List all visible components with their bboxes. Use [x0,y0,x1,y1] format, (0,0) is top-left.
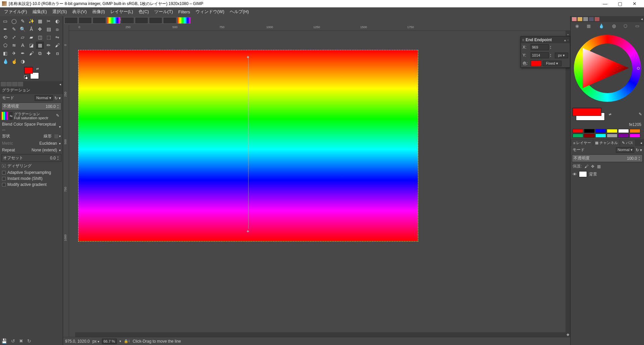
tool-foreground[interactable]: ◐ [53,17,61,25]
dither-checkbox[interactable]: × [2,164,6,168]
layer-row[interactable]: 👁 背景 [571,170,644,179]
tab-images[interactable] [18,82,23,86]
vertical-scrollbar[interactable] [566,37,570,332]
tool-move[interactable]: ✥ [36,25,44,33]
image-tab-6[interactable] [135,17,148,24]
endpoint-y-input[interactable] [531,52,549,58]
fgbg-colors[interactable]: ⇄ [24,67,39,79]
picker-icon-6[interactable]: ▭ [635,23,639,28]
horizontal-scrollbar[interactable] [75,332,566,337]
tool-color-picker[interactable]: ✎ [10,25,18,33]
menu-tools[interactable]: ツール(T) [152,8,176,16]
mode-reset-icon[interactable]: ↻ ▾ [54,96,61,100]
tool-crop[interactable]: ⎄ [53,25,61,33]
menu-edit[interactable]: 編集(E) [30,8,50,16]
tool-handle[interactable]: ⬚ [45,33,53,41]
tool-flip[interactable]: ⇋ [53,33,61,41]
gradient-reverse-icon[interactable]: ⇋ [9,112,13,120]
swatch[interactable] [573,129,583,133]
layer-mode-reset-icon[interactable]: ↻ ▾ [636,148,642,152]
layer-name[interactable]: 背景 [589,171,597,177]
reset-preset-icon[interactable]: ↻ [27,338,31,344]
tool-ellipse-select[interactable]: ◯ [10,17,18,25]
tool-airbrush[interactable]: ✈ [10,50,18,57]
tool-bucket[interactable]: ◪ [28,42,36,49]
picker-wheel-icon[interactable]: ◎ [612,23,616,28]
tool-heal[interactable]: ✚ [45,50,53,57]
tool-free-select[interactable]: ✎ [19,17,27,25]
tab-menu-icon[interactable]: ◂ [58,82,62,86]
overlay-close-icon[interactable]: ▫ [567,38,569,42]
menu-help[interactable]: ヘルプ(H) [227,8,252,16]
tool-mypaint[interactable]: 🖌 [28,50,36,57]
swatch[interactable] [595,134,606,138]
dock-tab-1[interactable] [572,17,577,21]
tool-measure[interactable]: Å [28,25,36,33]
image-tab-3[interactable] [93,17,106,24]
dock-tab-2[interactable] [578,17,582,21]
shape-dropdown[interactable]: 形状 線形 ▾ [0,132,63,140]
save-preset-icon[interactable]: 💾 [1,338,7,344]
image-tab-4[interactable]: × [107,17,120,24]
picker-icon-3[interactable]: 💧 [599,23,604,28]
endpoint-x-input[interactable] [531,44,549,50]
tool-perspective[interactable]: ▰ [28,33,36,41]
image-tab-9[interactable] [177,17,191,24]
panel-menu-icon[interactable]: ◂ [639,141,643,145]
start-endpoint-handle[interactable]: + [247,54,249,60]
swatch[interactable] [584,134,595,138]
swatch[interactable] [584,129,595,133]
picker-icon-5[interactable]: ⬡ [624,23,627,28]
layer-opacity-slider[interactable]: 不透明度 100.0 ▴▾ [572,154,643,162]
blend-space-dropdown[interactable]: Blend Color Space Perceptual ...▾ [0,121,63,132]
gradient-edit-icon[interactable]: ✎ [56,113,61,119]
menu-layer[interactable]: レイヤー(L) [108,8,136,16]
swatch[interactable] [595,129,606,133]
swatch[interactable] [607,134,618,138]
tool-ink[interactable]: ✒ [19,50,27,57]
repeat-dropdown[interactable]: Repeat None (extend)▾ [0,147,63,153]
swap-colors-icon[interactable]: ⇄ [36,67,39,70]
endpoint-unit-dropdown[interactable]: px ▾ [555,53,568,58]
tab-channels[interactable]: ▦ チャンネル [593,140,620,146]
modify-checkbox[interactable] [2,183,6,187]
gradient-preview[interactable] [1,112,8,120]
lock-pixels-icon[interactable]: 🖌 [584,164,588,169]
tool-by-color[interactable]: ▦ [36,17,44,25]
instant-checkbox[interactable] [2,177,6,181]
tool-cage[interactable]: ⬠ [1,42,9,49]
right-fg-color[interactable] [573,108,601,116]
delete-preset-icon[interactable]: ✖ [19,338,23,344]
opacity-slider[interactable]: 不透明度 100.0 ▴▾ [1,102,61,110]
menu-view[interactable]: 表示(V) [69,8,89,16]
tool-smudge[interactable]: ☝ [10,58,18,65]
close-button[interactable]: ✕ [627,0,642,7]
restore-preset-icon[interactable]: ↺ [11,338,15,344]
reset-colors-icon[interactable] [24,76,28,79]
swatch[interactable] [630,129,640,133]
mode-dropdown[interactable]: Normal ▾ [35,95,53,101]
image-tab-7[interactable] [149,17,162,24]
status-zoom-input[interactable] [102,339,117,344]
tool-scale[interactable]: ⤢ [10,33,18,41]
tool-gradient[interactable]: ▦ [36,42,44,49]
tool-unified[interactable]: ◫ [36,33,44,41]
gradient-line[interactable] [248,56,249,229]
supersample-checkbox[interactable] [2,171,6,175]
endpoint-color[interactable] [531,60,541,66]
layer-mode-dropdown[interactable]: Normal ▾ [616,147,634,153]
tool-rotate[interactable]: ⟲ [1,33,9,41]
swatch[interactable] [618,129,629,133]
image-tab-8[interactable] [163,17,176,24]
menu-colors[interactable]: 色(C) [136,8,152,16]
tool-paintbrush[interactable]: 🖌 [53,42,61,49]
fg-color[interactable] [24,67,33,74]
visibility-icon[interactable]: 👁 [573,172,577,177]
tool-rect-select[interactable]: ▭ [1,17,9,25]
menu-filters[interactable]: Filters [175,8,193,15]
dock-menu-icon[interactable]: ◂ [641,17,643,21]
overlay-grip-icon[interactable]: ⁞⁞ [522,38,524,42]
tool-blur[interactable]: 💧 [1,58,9,65]
swatch[interactable] [607,129,618,133]
tool-paths[interactable]: ✒ [1,25,9,33]
